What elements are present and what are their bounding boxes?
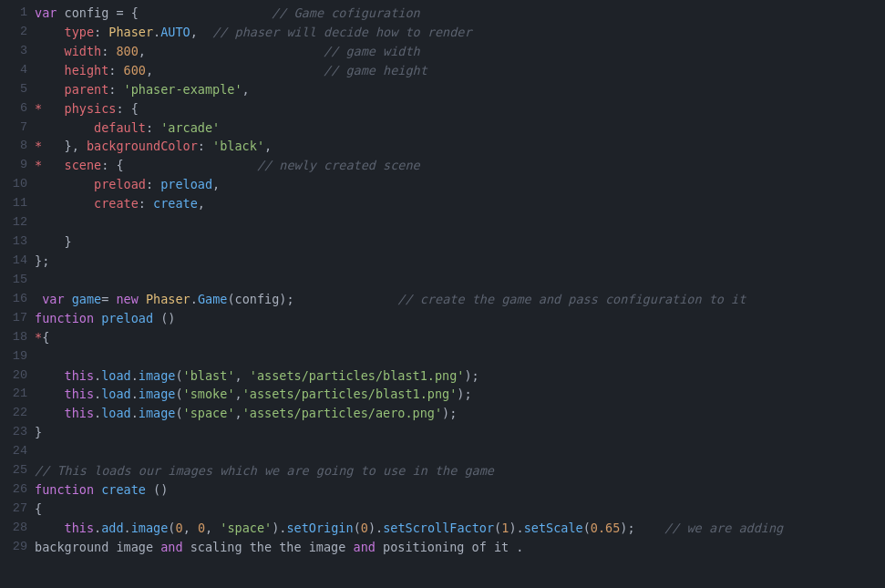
code-line-22: this.load.image('space','assets/particle… [35,404,867,423]
code-content: var config = { // Game cofiguration type… [35,4,885,584]
code-line-1: var config = { // Game cofiguration [35,4,867,23]
line-num-11: 11 [5,194,27,213]
code-line-3: width: 800, // game width [35,42,867,61]
line-num-23: 23 [5,423,27,442]
code-line-23: } [35,423,867,442]
code-line-14: }; [35,252,867,271]
code-line-10: preload: preload, [35,175,867,194]
line-num-16: 16 [5,290,27,309]
line-num-22: 22 [5,404,27,423]
code-line-26: function create () [35,480,867,500]
code-line-6: * physics: { [35,99,867,119]
line-num-1: 1 [5,4,27,23]
line-num-13: 13 [5,232,27,252]
code-line-28: this.add.image(0, 0, 'space').setOrigin(… [35,519,867,538]
code-line-15 [35,271,867,290]
code-line-5: parent: 'phaser-example', [35,80,867,99]
line-num-20: 20 [5,366,27,386]
code-line-16: var game= new Phaser.Game(config); // cr… [35,290,867,309]
code-editor: 1 2 3 4 5 6 7 8 9 10 11 12 13 14 15 16 1… [0,0,885,588]
line-num-6: 6 [5,99,27,119]
line-num-24: 24 [5,442,27,461]
line-num-28: 28 [5,519,27,538]
code-line-9: * scene: { // newly created scene [35,156,867,175]
code-line-21: this.load.image('smoke','assets/particle… [35,385,867,404]
code-line-12 [35,213,867,232]
code-line-4: height: 600, // game height [35,61,867,80]
line-num-27: 27 [5,500,27,519]
code-line-24 [35,442,867,461]
line-num-25: 25 [5,461,27,480]
code-line-20: this.load.image('blast', 'assets/particl… [35,366,867,386]
code-line-17: function preload () [35,309,867,328]
code-line-27: { [35,500,867,519]
code-line-18: *{ [35,328,867,347]
line-num-12: 12 [5,213,27,232]
code-line-11: create: create, [35,194,867,213]
line-num-4: 4 [5,61,27,80]
code-line-7: default: 'arcade' [35,119,867,138]
code-line-29: background image and scaling the the ima… [35,538,867,557]
code-line-19 [35,347,867,366]
code-line-13: } [35,232,867,252]
line-num-29: 29 [5,538,27,557]
line-num-17: 17 [5,309,27,328]
line-num-15: 15 [5,271,27,290]
line-num-18: 18 [5,328,27,347]
code-line-8: * }, backgroundColor: 'black', [35,137,867,156]
line-num-19: 19 [5,347,27,366]
code-line-2: type: Phaser.AUTO, // phaser will decide… [35,23,867,42]
line-num-9: 9 [5,156,27,175]
line-numbers: 1 2 3 4 5 6 7 8 9 10 11 12 13 14 15 16 1… [0,4,35,584]
line-num-10: 10 [5,175,27,194]
line-num-8: 8 [5,137,27,156]
line-num-5: 5 [5,80,27,99]
code-line-25: // This loads our images which we are go… [35,461,867,480]
line-num-2: 2 [5,23,27,42]
line-num-3: 3 [5,42,27,61]
line-num-14: 14 [5,252,27,271]
line-num-7: 7 [5,119,27,138]
line-num-26: 26 [5,480,27,500]
line-num-21: 21 [5,385,27,404]
